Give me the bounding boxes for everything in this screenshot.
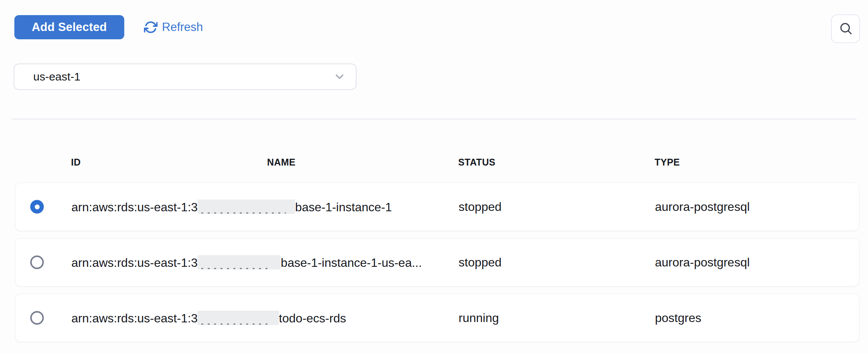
add-selected-button[interactable]: Add Selected bbox=[14, 15, 124, 39]
search-button[interactable] bbox=[831, 14, 860, 43]
region-select[interactable]: us-east-1 bbox=[14, 63, 357, 90]
radio-cell bbox=[15, 255, 71, 269]
instance-id-suffix: todo-ecs-rds bbox=[279, 311, 346, 325]
column-header-name: NAME bbox=[267, 157, 458, 168]
radio-cell bbox=[15, 200, 71, 214]
instance-status: stopped bbox=[459, 255, 655, 269]
instance-type: postgres bbox=[655, 311, 859, 325]
table-row[interactable]: arn:aws:rds:us-east-1:3todo-ecs-rds runn… bbox=[15, 294, 859, 342]
chevron-down-icon bbox=[333, 70, 346, 83]
instance-id-suffix: base-1-instance-1 bbox=[295, 200, 392, 214]
radio-button[interactable] bbox=[30, 255, 44, 269]
instance-table: arn:aws:rds:us-east-1:3base-1-instance-1… bbox=[0, 183, 868, 342]
instance-id-prefix: arn:aws:rds:us-east-1:3 bbox=[71, 311, 198, 325]
table-row[interactable]: arn:aws:rds:us-east-1:3base-1-instance-1… bbox=[15, 238, 859, 286]
column-header-status: STATUS bbox=[458, 157, 655, 168]
toolbar: Add Selected Refresh bbox=[0, 0, 868, 39]
search-icon bbox=[839, 21, 853, 37]
column-header-type: TYPE bbox=[655, 157, 859, 168]
instance-id-suffix: base-1-instance-1-us-ea... bbox=[281, 256, 422, 269]
instance-type: aurora-postgresql bbox=[655, 200, 859, 214]
instance-status: running bbox=[459, 311, 655, 325]
radio-cell bbox=[15, 311, 71, 325]
radio-button[interactable] bbox=[30, 200, 44, 214]
radio-button[interactable] bbox=[30, 311, 44, 325]
instance-id-prefix: arn:aws:rds:us-east-1:3 bbox=[71, 256, 198, 269]
table-row[interactable]: arn:aws:rds:us-east-1:3base-1-instance-1… bbox=[15, 183, 859, 231]
instance-id: arn:aws:rds:us-east-1:3base-1-instance-1… bbox=[71, 255, 459, 270]
column-header-id: ID bbox=[71, 157, 267, 168]
refresh-button[interactable]: Refresh bbox=[144, 20, 203, 34]
divider bbox=[11, 119, 857, 119]
instance-id: arn:aws:rds:us-east-1:3base-1-instance-1 bbox=[71, 200, 459, 214]
refresh-label: Refresh bbox=[162, 20, 203, 34]
instance-id: arn:aws:rds:us-east-1:3todo-ecs-rds bbox=[71, 311, 459, 325]
redacted-text bbox=[198, 311, 279, 325]
table-header: ID NAME STATUS TYPE bbox=[15, 156, 859, 168]
instance-id-prefix: arn:aws:rds:us-east-1:3 bbox=[71, 200, 198, 214]
redacted-text bbox=[198, 200, 295, 214]
instance-type: aurora-postgresql bbox=[655, 255, 859, 269]
instance-status: stopped bbox=[459, 200, 655, 214]
region-select-value: us-east-1 bbox=[33, 70, 80, 83]
refresh-icon bbox=[144, 20, 158, 34]
redacted-text bbox=[198, 255, 281, 269]
